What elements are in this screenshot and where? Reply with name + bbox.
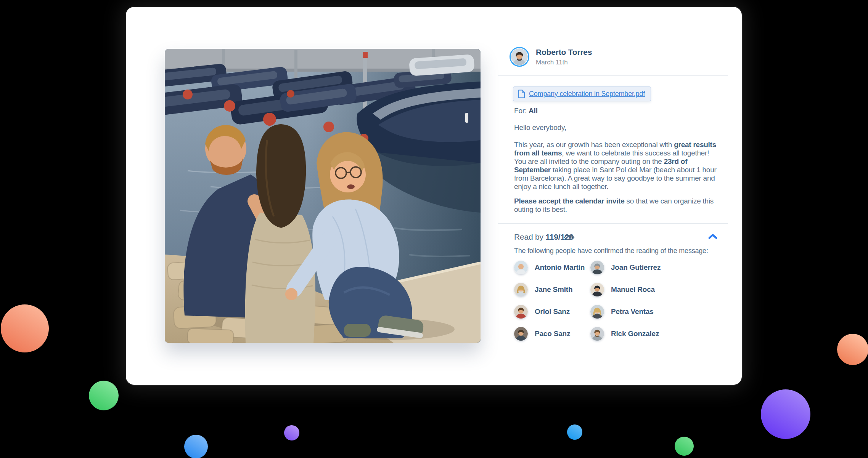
dot-green-left (89, 381, 119, 410)
author-avatar[interactable] (510, 47, 529, 67)
dot-blue-bottom-left (184, 435, 208, 458)
stage: Roberto Torres March 11th Company celebr… (0, 0, 868, 458)
reader-avatar (514, 305, 528, 319)
chevron-up-icon[interactable] (708, 233, 718, 241)
harbor-photo-illustration (165, 49, 481, 343)
eye-icon (564, 234, 575, 243)
reader-item[interactable]: Paco Sanz (514, 327, 570, 341)
recipients-line: For: All (514, 107, 538, 115)
dot-green-bottom-right (675, 437, 694, 456)
message-paragraph: This year, as our growth has been except… (514, 141, 718, 191)
readers-grid: Antonio MartínJoan GutierrezJane SmithMa… (514, 261, 728, 342)
header-divider (498, 75, 728, 76)
for-label: For: (514, 107, 527, 115)
reader-avatar (514, 261, 528, 274)
message-paragraph: Please accept the calendar invite so tha… (514, 197, 718, 214)
reader-avatar (514, 327, 528, 341)
reader-item[interactable]: Petra Ventas (590, 305, 654, 319)
author-name: Roberto Torres (536, 48, 592, 57)
reader-name: Paco Sanz (535, 330, 570, 338)
reader-item[interactable]: Oriol Sanz (514, 305, 570, 319)
read-by-text: Read by (514, 232, 543, 241)
reader-name: Antonio Martín (535, 263, 585, 272)
dot-orange-left (1, 304, 49, 352)
harbor-photo (165, 49, 481, 343)
reader-name: Petra Ventas (611, 307, 654, 316)
reader-item[interactable]: Jane Smith (514, 283, 572, 296)
reader-avatar (590, 305, 604, 319)
reader-item[interactable]: Joan Gutierrez (590, 261, 661, 274)
reader-item[interactable]: Rick Gonzalez (590, 327, 659, 341)
message-body: This year, as our growth has been except… (514, 141, 718, 220)
message-divider (498, 223, 728, 224)
attachment-chip[interactable]: Company celebration in September.pdf (513, 86, 651, 101)
reader-name: Jane Smith (535, 285, 572, 294)
reader-avatar (514, 283, 528, 296)
post-date: March 11th (536, 59, 592, 66)
reader-avatar (590, 283, 604, 296)
dot-purple-big (761, 389, 810, 439)
dot-salmon-right (837, 334, 868, 365)
reader-name: Oriol Sanz (535, 307, 570, 316)
dot-purple-small (284, 425, 299, 440)
reader-avatar (590, 261, 604, 274)
reader-item[interactable]: Manuel Roca (590, 283, 655, 296)
for-value: All (529, 107, 538, 115)
document-icon (518, 90, 525, 98)
reader-name: Joan Gutierrez (611, 263, 661, 272)
dot-blue-small (567, 424, 582, 440)
reader-item[interactable]: Antonio Martín (514, 261, 585, 274)
read-receipt-row: Read by 119/123 (514, 232, 728, 244)
reader-name: Rick Gonzalez (611, 330, 659, 338)
read-by-subtitle: The following people have confirmed the … (514, 247, 708, 255)
reader-name: Manuel Roca (611, 285, 655, 294)
attachment-filename: Company celebration in September.pdf (529, 90, 645, 98)
announcement-card: Roberto Torres March 11th Company celebr… (126, 7, 742, 385)
greeting: Hello everybody, (514, 123, 566, 132)
reader-avatar (590, 327, 604, 341)
post-header: Roberto Torres March 11th (510, 47, 592, 67)
